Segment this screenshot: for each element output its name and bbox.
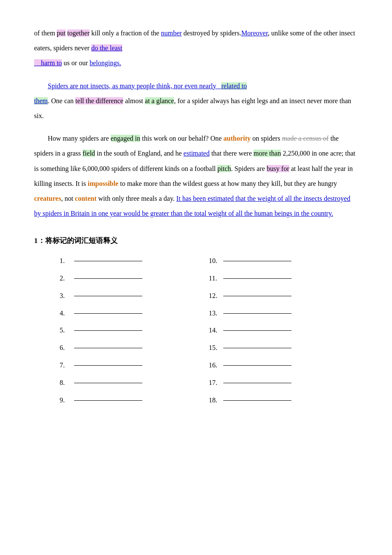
answer-line-5 (74, 330, 142, 331)
answer-line-10 (223, 261, 291, 261)
answer-line-14 (223, 330, 291, 331)
answer-line-17 (223, 383, 291, 383)
text-almost: almost (123, 97, 145, 104)
underline-estimated1: estimated (184, 150, 210, 157)
underline-moreover: Moreover (241, 29, 268, 37)
list-num-5: 5. (60, 324, 72, 337)
list-item-12: 12. (209, 290, 358, 302)
list-item-2: 2. (60, 272, 209, 285)
highlight-field: field (83, 150, 95, 157)
highlight-at-a-glance: at a glance (145, 97, 174, 104)
list-item-18: 18. (209, 394, 358, 407)
bold-authority: authority (223, 135, 251, 142)
answer-line-12 (223, 296, 291, 296)
list-item-15: 15. (209, 342, 358, 354)
text-one-can: . One can (48, 97, 75, 104)
list-item-7: 7. (60, 359, 209, 372)
text-kill: kill only a fraction of the (89, 29, 161, 37)
answer-line-15 (223, 348, 291, 348)
text-this-work: this work on our behalf? One (140, 135, 223, 142)
answer-line-2 (74, 278, 142, 279)
answer-line-9 (74, 400, 142, 401)
answer-line-13 (223, 313, 291, 314)
answer-line-6 (74, 348, 142, 348)
list-num-6: 6. (60, 342, 72, 354)
list-num-4: 4. (60, 307, 72, 320)
list-num-12: 12. (209, 290, 222, 302)
list-item-14: 14. (209, 324, 358, 337)
list-num-8: 8. (60, 377, 72, 389)
strikethrough-made-census: made a census of (282, 135, 329, 142)
text-us: us or our (62, 59, 89, 66)
text-of-them: of them (34, 29, 57, 37)
bold-impossible: impossible (88, 180, 118, 187)
answer-line-7 (74, 365, 142, 366)
list-num-14: 14. (209, 324, 222, 337)
list-num-1: 1. (60, 255, 72, 267)
bold-creatures: creatures (34, 195, 61, 202)
text-spiders-are: . Spiders are (231, 165, 267, 172)
numbered-list-container: 1. 2. 3. 4. 5. 6. 7. 8. (60, 255, 358, 411)
list-item-8: 8. (60, 377, 209, 389)
paragraph-3: How many spiders are engaged in this wor… (34, 131, 358, 221)
list-item-5: 5. (60, 324, 209, 337)
left-column: 1. 2. 3. 4. 5. 6. 7. 8. (60, 255, 209, 411)
highlight-tell-the-difference: tell the difference (75, 97, 124, 104)
list-num-7: 7. (60, 359, 72, 372)
answer-line-4 (74, 313, 142, 314)
highlight-busy-for: busy for (267, 165, 289, 172)
right-column: 10. 11. 12. 13. 14. 15. 16. 17. (209, 255, 358, 411)
underline-belongings: belongings. (89, 59, 121, 66)
list-item-3: 3. (60, 290, 209, 302)
list-num-18: 18. (209, 394, 222, 407)
paragraph-2: Spiders are not insects, as many people … (34, 78, 358, 124)
text-how-many: How many spiders are (48, 135, 111, 142)
list-num-16: 16. (209, 359, 222, 372)
text-with-only: with only three meals a day. (97, 195, 176, 202)
answer-line-8 (74, 383, 142, 383)
underline-spiders-not-insects: Spiders are not insects, as many people … (48, 82, 221, 90)
list-num-11: 11. (209, 272, 222, 285)
list-num-10: 10. (209, 255, 222, 267)
answer-line-1 (74, 261, 142, 261)
answer-line-18 (223, 400, 291, 401)
list-item-1: 1. (60, 255, 209, 267)
paragraph-1: of them put together kill only a fractio… (34, 26, 358, 71)
list-item-17: 17. (209, 377, 358, 389)
text-destroyed: destroyed by spiders. (182, 29, 242, 37)
list-num-2: 2. (60, 272, 72, 285)
highlight-together: together (67, 29, 89, 37)
text-to-make: to make more than the wildest guess at h… (118, 180, 337, 187)
list-num-15: 15. (209, 342, 222, 354)
highlight-engaged-in: engaged in (111, 135, 141, 142)
list-item-11: 11. (209, 272, 358, 285)
highlight-more-than: more than (254, 150, 281, 157)
section-title: 1：将标记的词汇短语释义 (34, 234, 358, 248)
list-item-4: 4. (60, 307, 209, 320)
list-item-10: 10. (209, 255, 358, 267)
answer-line-16 (223, 365, 291, 366)
list-item-16: 16. (209, 359, 358, 372)
text-not: , not (61, 195, 75, 202)
answer-line-3 (74, 296, 142, 296)
text-on-spiders: on spiders (251, 135, 282, 142)
list-num-13: 13. (209, 307, 222, 320)
highlight-pitch: pitch (217, 165, 231, 172)
list-num-3: 3. (60, 290, 72, 302)
list-item-6: 6. (60, 342, 209, 354)
highlight-put: put (57, 29, 65, 37)
list-num-9: 9. (60, 394, 72, 407)
list-item-9: 9. (60, 394, 209, 407)
text-in-south: in the south of England, and he (95, 150, 184, 157)
bold-content: content (75, 195, 97, 202)
underline-number: number (161, 29, 182, 37)
text-that-there: that there were (210, 150, 254, 157)
list-item-13: 13. (209, 307, 358, 320)
answer-line-11 (223, 278, 291, 279)
list-num-17: 17. (209, 377, 222, 389)
